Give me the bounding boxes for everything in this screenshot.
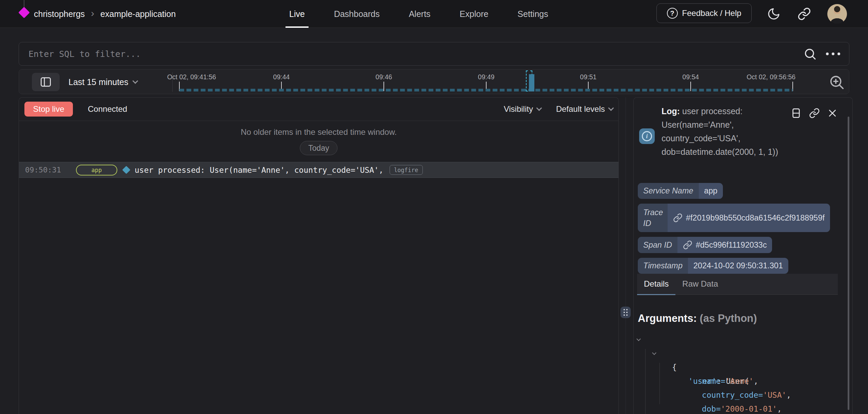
link-icon bbox=[673, 213, 683, 223]
chevron-down-icon bbox=[536, 105, 542, 111]
visibility-label: Visibility bbox=[504, 104, 533, 114]
link-icon bbox=[809, 108, 820, 119]
open-reader-button[interactable] bbox=[791, 108, 802, 119]
trace-id-badge[interactable]: Trace ID #f2019b98b550cd8a61546c2f918895… bbox=[638, 204, 830, 232]
close-icon bbox=[827, 108, 837, 118]
time-range-label: Last 15 minutes bbox=[68, 77, 129, 87]
service-badge[interactable]: app bbox=[76, 165, 117, 175]
tick-label: 09:46 bbox=[376, 73, 392, 81]
empty-window-message: No older items in the selected time wind… bbox=[19, 127, 618, 137]
share-link-icon[interactable] bbox=[797, 7, 811, 21]
feedback-help-label: Feedback / Help bbox=[682, 8, 742, 18]
tick-label: 09:54 bbox=[683, 73, 699, 81]
sql-filter-bar bbox=[19, 42, 849, 66]
breadcrumb-separator-icon: › bbox=[90, 7, 96, 19]
tick-label: 09:44 bbox=[273, 73, 290, 81]
time-range-dropdown[interactable]: Last 15 minutes bbox=[68, 69, 137, 95]
question-circle-icon: ? bbox=[667, 8, 678, 19]
stop-live-button[interactable]: Stop live bbox=[24, 102, 73, 117]
search-icon[interactable] bbox=[804, 47, 816, 60]
badge-label: Timestamp bbox=[638, 258, 688, 274]
timestamp-badge: Timestamp 2024-10-02 09:50:31.301 bbox=[638, 258, 788, 274]
badge-value: #f2019b98b550cd8a61546c2f9188959f bbox=[668, 204, 830, 232]
time-range-bar: Last 15 minutes Oct 02, 09:41:56 09:44 0… bbox=[19, 69, 849, 94]
tab-dashboards[interactable]: Dashboards bbox=[332, 0, 381, 28]
user-avatar[interactable] bbox=[827, 4, 847, 24]
detail-attribute-badges: Service Name app Trace ID #f2019b98b550c… bbox=[638, 183, 830, 274]
timeline-histogram[interactable]: Oct 02, 09:41:56 09:44 09:46 09:49 09:51… bbox=[179, 69, 793, 95]
badge-label: Span ID bbox=[638, 237, 677, 253]
scope-badge[interactable]: logfire bbox=[390, 165, 423, 175]
today-button[interactable]: Today bbox=[300, 141, 337, 155]
copy-link-button[interactable] bbox=[809, 108, 820, 119]
chevron-down-icon bbox=[132, 78, 138, 84]
live-view-panel: Stop live Connected Visibility Default l… bbox=[19, 97, 619, 414]
chevron-down-icon bbox=[608, 105, 614, 111]
tab-settings[interactable]: Settings bbox=[516, 0, 550, 28]
timeline-baseline bbox=[179, 89, 793, 91]
theme-toggle-moon-icon[interactable] bbox=[767, 7, 781, 21]
tab-alerts[interactable]: Alerts bbox=[407, 0, 432, 28]
tick-label: Oct 02, 09:56:56 bbox=[747, 73, 795, 81]
default-levels-label: Default levels bbox=[556, 104, 605, 114]
nav-tabs: Live Dashboards Alerts Explore Settings bbox=[288, 0, 550, 28]
detail-tabs: Details Raw Data bbox=[637, 274, 838, 295]
info-level-icon: i bbox=[639, 128, 655, 144]
feedback-help-button[interactable]: ? Feedback / Help bbox=[656, 3, 752, 23]
logo-stem bbox=[24, 0, 24, 7]
breadcrumb-org[interactable]: christophergs bbox=[34, 9, 85, 19]
detail-title: Log: user processed: User(name='Anne', c… bbox=[662, 104, 780, 159]
live-view-header: Stop live Connected Visibility Default l… bbox=[19, 98, 618, 121]
badge-value: 2024-10-02 09:50:31.301 bbox=[688, 258, 788, 274]
badge-value: #d5c996f11192033c bbox=[677, 237, 772, 253]
panel-left-icon bbox=[40, 77, 52, 87]
reader-icon bbox=[791, 108, 802, 119]
more-options-ellipsis-icon[interactable] bbox=[826, 53, 840, 55]
top-nav-bar: christophergs › example-application Live… bbox=[0, 0, 868, 28]
visibility-dropdown[interactable]: Visibility bbox=[504, 104, 541, 114]
badge-value: app bbox=[699, 183, 723, 199]
log-detail-panel: i Log: user processed: User(name='Anne',… bbox=[633, 97, 853, 414]
log-row-selected[interactable]: 09:50:31 app user processed: User(name='… bbox=[19, 162, 618, 178]
sidebar-toggle-button[interactable] bbox=[32, 73, 60, 91]
arguments-code-block: { 'user': User( name='Anne', country_cod… bbox=[638, 333, 841, 414]
tab-live[interactable]: Live bbox=[288, 0, 307, 28]
service-name-badge: Service Name app bbox=[638, 183, 723, 199]
span-id-badge[interactable]: Span ID #d5c996f11192033c bbox=[638, 237, 772, 253]
connection-status: Connected bbox=[88, 104, 127, 114]
logfire-logo-icon[interactable] bbox=[18, 7, 30, 18]
log-level-diamond-icon bbox=[122, 166, 130, 174]
zoom-in-icon bbox=[829, 75, 845, 90]
badge-label: Trace ID bbox=[638, 204, 668, 232]
detail-title-prefix: Log: bbox=[662, 106, 680, 116]
close-panel-button[interactable] bbox=[827, 108, 837, 119]
zoom-in-button[interactable] bbox=[829, 75, 845, 90]
panel-drag-handle[interactable] bbox=[620, 307, 631, 318]
badge-label: Service Name bbox=[638, 183, 699, 199]
tick-label: 09:49 bbox=[478, 73, 495, 81]
sql-filter-input[interactable] bbox=[19, 42, 804, 65]
collapse-chevron-icon[interactable] bbox=[636, 337, 641, 341]
panel-resize-divider[interactable] bbox=[626, 97, 626, 414]
tick-label: Oct 02, 09:41:56 bbox=[167, 73, 216, 81]
tab-explore[interactable]: Explore bbox=[458, 0, 490, 28]
collapse-chevron-icon[interactable] bbox=[652, 351, 656, 355]
tab-raw-data[interactable]: Raw Data bbox=[675, 273, 725, 294]
tick-label: 09:51 bbox=[580, 73, 597, 81]
detail-scrollbar[interactable] bbox=[848, 117, 849, 410]
default-levels-dropdown[interactable]: Default levels bbox=[556, 104, 613, 114]
log-message: user processed: User(name='Anne', countr… bbox=[135, 166, 383, 174]
breadcrumb-project[interactable]: example-application bbox=[100, 9, 176, 19]
tab-details[interactable]: Details bbox=[637, 273, 675, 294]
link-icon bbox=[683, 240, 692, 250]
breadcrumb: christophergs › example-application bbox=[34, 0, 176, 28]
arguments-heading: Arguments: (as Python) bbox=[638, 312, 757, 325]
histogram-spike-bar[interactable] bbox=[529, 74, 534, 91]
log-timestamp: 09:50:31 bbox=[25, 166, 61, 174]
